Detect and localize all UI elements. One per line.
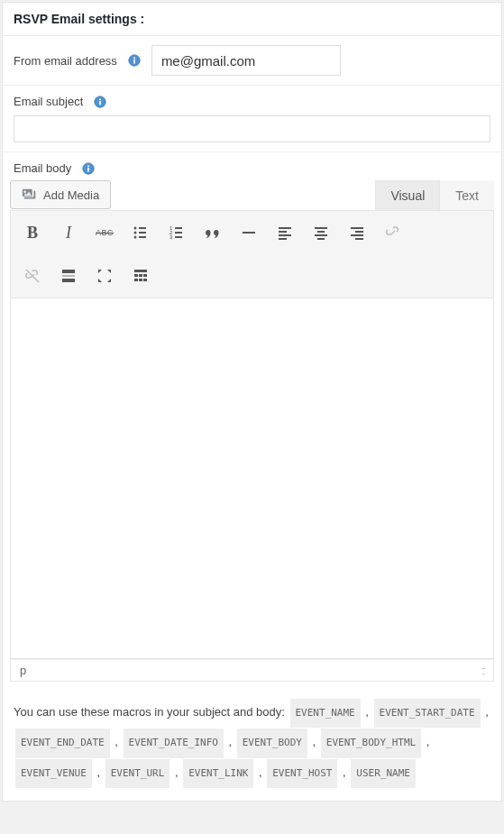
add-media-label: Add Media	[43, 188, 99, 202]
unlink-button[interactable]	[16, 260, 49, 292]
editor-statusbar: p ······	[10, 659, 494, 682]
svg-rect-41	[143, 274, 147, 277]
subject-label: Email subject	[14, 95, 83, 108]
svg-rect-26	[315, 227, 327, 229]
from-email-input[interactable]	[151, 45, 341, 76]
info-icon[interactable]	[94, 96, 106, 108]
blockquote-button[interactable]	[197, 216, 229, 249]
bullet-list-button[interactable]	[124, 216, 157, 249]
subject-section: Email subject	[3, 86, 501, 152]
svg-rect-12	[139, 232, 146, 234]
add-media-button[interactable]: Add Media	[10, 180, 111, 209]
macro-pill: EVENT_URL	[105, 759, 170, 788]
macro-pill: EVENT_LINK	[183, 759, 253, 788]
svg-rect-37	[62, 279, 75, 282]
svg-rect-31	[355, 231, 363, 233]
svg-rect-22	[279, 227, 291, 229]
fullscreen-button[interactable]	[88, 260, 121, 292]
svg-rect-29	[317, 238, 325, 240]
svg-rect-20	[175, 236, 182, 238]
hr-button[interactable]	[233, 216, 265, 249]
svg-rect-8	[87, 165, 89, 167]
svg-point-11	[134, 232, 137, 234]
tab-visual[interactable]: Visual	[375, 180, 440, 210]
align-center-button[interactable]	[305, 216, 337, 249]
macro-pill: EVENT_VENUE	[15, 759, 92, 788]
svg-rect-14	[139, 236, 146, 238]
svg-rect-42	[134, 279, 138, 281]
svg-rect-35	[62, 270, 75, 273]
svg-rect-23	[279, 231, 287, 233]
svg-rect-40	[139, 274, 142, 277]
body-label: Email body	[14, 161, 71, 175]
svg-rect-10	[139, 227, 146, 229]
svg-rect-4	[99, 101, 101, 105]
svg-rect-5	[99, 98, 101, 100]
svg-rect-36	[62, 275, 75, 277]
svg-rect-43	[139, 279, 142, 281]
link-button[interactable]	[377, 216, 409, 249]
macro-pill: EVENT_BODY	[237, 729, 307, 757]
resize-handle[interactable]: ······	[481, 665, 484, 676]
rsvp-email-settings-panel: RSVP Email settings : From email address…	[2, 2, 502, 802]
macros-intro: You can use these macros in your subject…	[14, 705, 285, 719]
svg-rect-32	[351, 234, 363, 236]
macro-pill: EVENT_HOST	[267, 759, 337, 788]
editor-toolbar: B I ABC 123	[10, 210, 494, 298]
macro-pill: EVENT_START_DATE	[374, 699, 481, 728]
bold-button[interactable]: B	[16, 216, 49, 249]
editor-tabs: Visual Text	[375, 180, 494, 210]
panel-heading: RSVP Email settings :	[3, 3, 501, 36]
macros-help: You can use these macros in your subject…	[3, 689, 501, 801]
from-email-section: From email address	[3, 36, 501, 86]
svg-rect-2	[133, 58, 135, 60]
media-icon	[22, 187, 38, 203]
macro-pill: EVENT_END_DATE	[15, 729, 110, 757]
macro-pill: EVENT_BODY_HTML	[321, 729, 421, 757]
svg-rect-27	[317, 231, 325, 233]
body-section: Email body Add Media Visual Text B I ABC	[3, 152, 501, 689]
italic-button[interactable]: I	[52, 216, 85, 249]
svg-rect-1	[133, 60, 135, 63]
svg-rect-30	[351, 227, 363, 229]
svg-rect-33	[355, 238, 363, 240]
from-email-label: From email address	[14, 54, 117, 68]
editor-content[interactable]	[10, 298, 494, 659]
svg-rect-39	[134, 274, 138, 277]
svg-rect-38	[134, 270, 147, 272]
element-path[interactable]: p	[20, 664, 26, 677]
info-icon[interactable]	[128, 54, 141, 67]
macro-pill: EVENT_DATE_INFO	[124, 729, 224, 757]
svg-rect-44	[143, 279, 147, 281]
svg-rect-21	[243, 232, 255, 234]
svg-text:3: 3	[170, 234, 173, 240]
strikethrough-button[interactable]: ABC	[88, 216, 121, 249]
svg-point-13	[134, 236, 137, 239]
svg-rect-18	[175, 232, 182, 234]
tab-text[interactable]: Text	[440, 180, 494, 210]
svg-point-9	[134, 227, 137, 230]
align-right-button[interactable]	[341, 216, 373, 249]
svg-rect-28	[315, 234, 327, 236]
subject-input[interactable]	[14, 115, 490, 142]
svg-rect-7	[87, 168, 89, 171]
toolbar-toggle-button[interactable]	[124, 260, 157, 292]
info-icon[interactable]	[82, 162, 95, 175]
macro-pill: EVENT_NAME	[290, 699, 361, 728]
align-left-button[interactable]	[269, 216, 301, 249]
svg-rect-16	[175, 227, 182, 229]
svg-rect-25	[279, 238, 287, 240]
insert-more-button[interactable]	[52, 260, 85, 292]
macro-pill: USER_NAME	[351, 759, 416, 788]
numbered-list-button[interactable]: 123	[160, 216, 193, 249]
svg-rect-24	[279, 234, 291, 236]
